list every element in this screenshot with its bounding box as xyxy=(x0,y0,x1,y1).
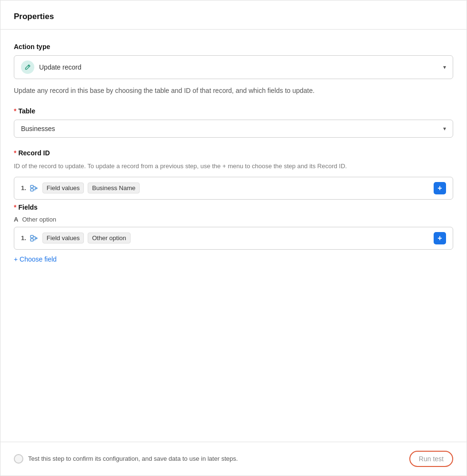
table-dropdown[interactable]: Businesses ▾ xyxy=(14,120,453,138)
table-section: *Table Businesses ▾ xyxy=(14,107,453,138)
record-id-required-star: * xyxy=(14,149,16,157)
action-type-dropdown[interactable]: Update record ▾ xyxy=(14,55,453,79)
table-value: Businesses xyxy=(21,125,55,132)
record-id-add-button[interactable]: + xyxy=(434,182,446,194)
footer-test-text: Test this step to confirm its configurat… xyxy=(28,455,238,463)
fields-label: *Fields xyxy=(14,203,453,211)
record-id-description: ID of the record to update. To update a … xyxy=(14,162,453,171)
action-type-value: Update record xyxy=(39,63,81,71)
choose-field-link[interactable]: + Choose field xyxy=(14,255,57,263)
token-left: 1. Field values Business Na xyxy=(21,182,140,193)
fields-token-chip1: Field values xyxy=(42,233,84,243)
fields-required-star: * xyxy=(14,203,16,211)
record-id-label: *Record ID xyxy=(14,149,453,157)
fields-step-reference-icon xyxy=(30,235,39,242)
action-type-icon xyxy=(21,61,34,74)
header: Properties xyxy=(0,0,467,30)
token-number: 1. xyxy=(21,184,26,192)
footer: Test this step to confirm its configurat… xyxy=(0,442,467,476)
footer-left: Test this step to confirm its configurat… xyxy=(14,454,238,464)
token-chip-business-name: Business Name xyxy=(88,182,140,193)
chevron-down-icon: ▾ xyxy=(443,64,446,71)
fields-token-row: 1. Field values Other optio xyxy=(14,227,453,250)
table-required-star: * xyxy=(14,107,16,115)
footer-status-circle xyxy=(14,454,23,464)
table-label: *Table xyxy=(14,107,453,115)
table-chevron-icon: ▾ xyxy=(443,125,446,132)
svg-rect-1 xyxy=(30,189,33,191)
field-sub-label: A Other option xyxy=(14,216,453,223)
page-container: Properties Action type Update record ▾ xyxy=(0,0,467,476)
record-id-token-row: 1. Field values Business Na xyxy=(14,177,453,200)
field-letter: A xyxy=(14,216,18,223)
action-type-section: Action type Update record ▾ Update any r… xyxy=(14,43,453,96)
main-content: Action type Update record ▾ Update any r… xyxy=(0,30,467,442)
svg-rect-6 xyxy=(30,235,33,238)
fields-section: *Fields A Other option 1. xyxy=(14,203,453,263)
fields-add-button[interactable]: + xyxy=(434,232,446,244)
svg-rect-7 xyxy=(30,239,33,241)
svg-rect-0 xyxy=(30,185,33,188)
action-type-left: Update record xyxy=(21,61,81,74)
field-name: Other option xyxy=(22,216,56,223)
page-title: Properties xyxy=(14,12,54,21)
fields-token-number: 1. xyxy=(21,234,26,242)
record-id-section: *Record ID ID of the record to update. T… xyxy=(14,149,453,200)
action-type-label: Action type xyxy=(14,43,453,51)
fields-token-left: 1. Field values Other optio xyxy=(21,233,131,243)
action-type-description: Update any record in this base by choosi… xyxy=(14,86,453,96)
run-test-button[interactable]: Run test xyxy=(409,451,453,467)
step-reference-icon xyxy=(30,185,39,192)
fields-token-chip2: Other option xyxy=(88,233,131,243)
token-chip-field-values: Field values xyxy=(42,182,84,193)
